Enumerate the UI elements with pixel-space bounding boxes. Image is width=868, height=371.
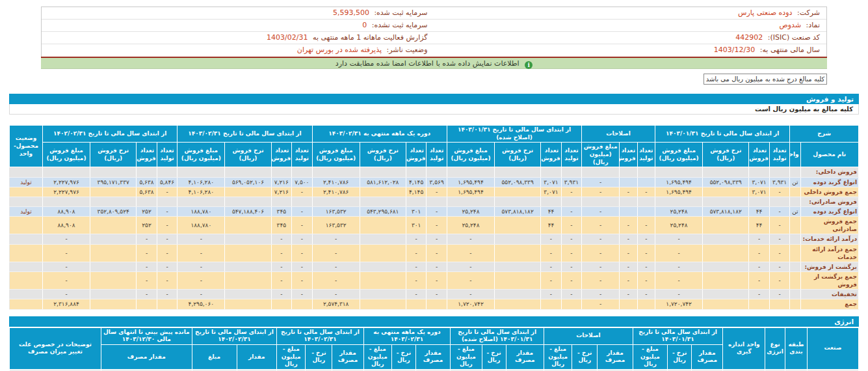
- col-group-ytd-previous-year: از ابتدای سال مالی تا تاریخ ۱۴۰۲/۰۲/۳۱: [192, 327, 276, 344]
- signature-match-text: اطلاعات نمایش داده شده با اطلاعات امضا ش…: [335, 59, 519, 68]
- value-cell: -: [637, 217, 655, 234]
- value-cell: [655, 167, 703, 177]
- value-cell: [655, 197, 703, 206]
- value-cell: [406, 299, 427, 309]
- product-row: درآمد ارائه خدمات:------------------: [10, 234, 859, 244]
- value-cell: -: [561, 262, 582, 271]
- value-cell: -: [769, 271, 790, 289]
- value-cell: [225, 187, 271, 197]
- value-cell: -: [292, 217, 313, 234]
- value-cell: ۲۵۲: [137, 207, 157, 217]
- million-rial-note-button[interactable]: کلیه مبالغ درج شده به میلیون ریال می باش…: [704, 74, 827, 85]
- col-group-one-month-period: دوره یک ماهه منتهی به ۱۴۰۳/۰۲/۳۱: [363, 327, 451, 344]
- value-cell: -: [312, 234, 360, 244]
- value-cell: [90, 197, 137, 206]
- value-cell: -: [637, 271, 655, 289]
- amounts-in-million-rial-note: کلیه مبالغ به میلیون ریال است: [9, 104, 859, 115]
- product-row: فروش صادراتی:: [10, 197, 859, 206]
- value-cell: [495, 217, 541, 234]
- value-cell: ۳۰۱: [406, 207, 427, 217]
- col-header-sales-qty: تعداد فروش: [620, 143, 637, 167]
- value-cell: [90, 262, 137, 271]
- value-cell: ۱,۶۹۵,۴۹۴: [447, 177, 494, 187]
- col-header-energy-type: نوع انرژی: [765, 327, 785, 369]
- col-header-consumption-change-note: توضیحات در خصوص علت تغییر میزان مصرف: [10, 327, 101, 369]
- value-cell: -: [137, 262, 157, 271]
- product-status-cell: [10, 187, 43, 197]
- value-cell: -: [637, 262, 655, 271]
- value-cell: -: [406, 271, 427, 289]
- value-cell: -: [620, 217, 637, 234]
- value-cell: [620, 167, 637, 177]
- value-cell: -: [42, 262, 90, 271]
- signature-match-banner: i اطلاعات نمایش داده شده با اطلاعات امضا…: [41, 57, 827, 69]
- value-cell: ۲,۴۱۰,۷۸۶: [312, 177, 360, 187]
- value-cell: [271, 299, 292, 309]
- value-cell: [225, 244, 271, 262]
- value-cell: [312, 197, 360, 206]
- value-cell: ۲۵,۲۴۸: [447, 207, 494, 217]
- value-cell: ۵۷۳,۸۱۸,۱۸۲: [703, 207, 749, 217]
- value-cell: [42, 167, 90, 177]
- value-cell: [292, 167, 313, 177]
- value-cell: [427, 197, 447, 206]
- value-cell: [90, 187, 137, 197]
- value-cell: [637, 167, 655, 177]
- value-cell: ۲,۲۲۷,۹۷۶: [42, 177, 90, 187]
- value-cell: -: [406, 262, 427, 271]
- value-cell: [225, 262, 271, 271]
- value-cell: -: [655, 234, 703, 244]
- row-label: فروش داخلی:: [800, 167, 858, 177]
- value-cell: -: [582, 290, 620, 299]
- unit-cell: [790, 262, 800, 271]
- value-cell: [495, 244, 541, 262]
- value-cell: -: [447, 271, 494, 289]
- value-cell: -: [292, 187, 313, 197]
- value-cell: -: [561, 207, 582, 217]
- value-cell: [360, 290, 406, 299]
- value-cell: [495, 197, 541, 206]
- value-cell: [42, 197, 90, 206]
- unit-cell: [790, 290, 800, 299]
- energy-group-header-row: صنعت طبقه بندی نوع انرژی واحد اندازه گیر…: [10, 327, 859, 344]
- col-group-forecast-remainder: مانده پیش بینی تا انتهای سال مالی ۱۴۰۳/۱…: [101, 327, 192, 344]
- value-cell: -: [637, 244, 655, 262]
- value-cell: [360, 234, 406, 244]
- value-cell: [620, 177, 637, 187]
- col-header-sales-amount: مبلغ فروش (میلیون ریال): [655, 143, 703, 167]
- value-cell: -: [427, 217, 447, 234]
- value-cell: -: [312, 271, 360, 289]
- value-cell: -: [561, 271, 582, 289]
- value-cell: [703, 262, 749, 271]
- isic-label: کد صنعت (ISIC):: [768, 33, 820, 42]
- col-header-amount-million-rial: مبلغ - میلیون ریال: [633, 344, 667, 369]
- product-row: جمع فروش داخلی-۳,۰۷۱۱,۶۹۵,۴۹۴----۳,۰۷۱۱,…: [10, 187, 859, 197]
- col-header-amount-million-rial: مبلغ - میلیون ریال: [544, 344, 572, 369]
- col-header-sales-rate: نرخ فروش (ریال): [495, 143, 541, 167]
- value-cell: -: [42, 234, 90, 244]
- value-cell: -: [769, 207, 790, 217]
- value-cell: [637, 197, 655, 206]
- value-cell: [495, 167, 541, 177]
- col-header-production-qty: تعداد تولید: [769, 143, 790, 167]
- value-cell: -: [655, 290, 703, 299]
- col-header-sales-qty: تعداد فروش: [271, 143, 292, 167]
- value-cell: ۳,۹۳۱: [561, 177, 582, 187]
- value-cell: [137, 299, 157, 309]
- row-label: درآمد ارائه خدمات:: [800, 234, 858, 244]
- value-cell: -: [312, 244, 360, 262]
- value-cell: ۱۶۳,۵۳۲: [312, 217, 360, 234]
- value-cell: [495, 271, 541, 289]
- value-cell: ۵۵۲,۰۹۸,۳۳۹: [703, 177, 749, 187]
- row-label: انواع گرید دوده: [800, 207, 858, 217]
- value-cell: ۷,۲۱۶: [271, 177, 292, 187]
- col-header-amount-million-rial: مبلغ - میلیون ریال: [451, 344, 482, 369]
- value-cell: -: [292, 244, 313, 262]
- company-field: شرکت: دوده صنعتی پارس: [434, 7, 827, 19]
- value-cell: -: [271, 262, 292, 271]
- value-cell: -: [637, 234, 655, 244]
- value-cell: [541, 167, 562, 177]
- value-cell: -: [271, 234, 292, 244]
- value-cell: [225, 197, 271, 206]
- col-header-production-qty: تعداد تولید: [157, 143, 178, 167]
